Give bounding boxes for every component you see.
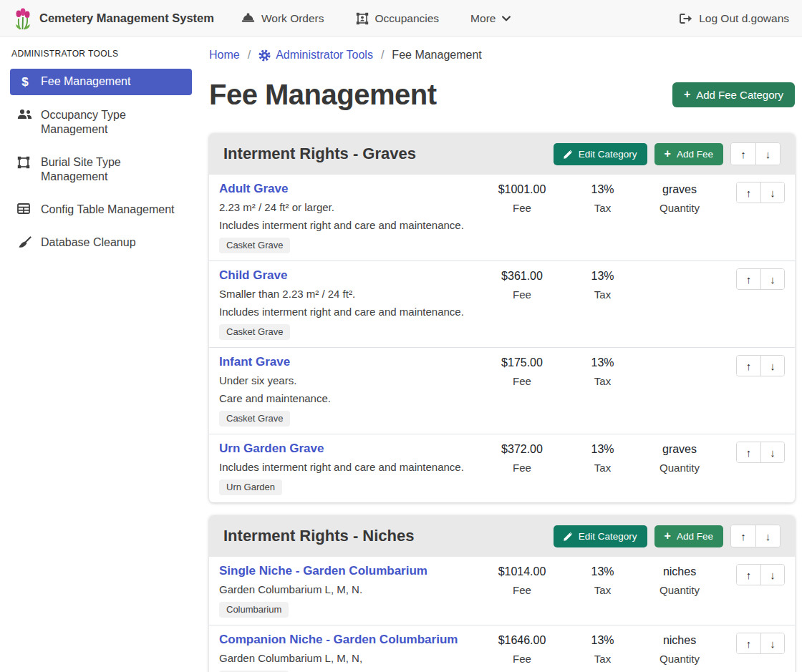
move-category-up-button[interactable]: ↑	[731, 143, 755, 165]
plus-icon: +	[684, 89, 690, 99]
fee-info: Single Niche - Garden Columbarium Garden…	[219, 564, 479, 618]
fee-label: Fee	[513, 375, 531, 387]
fee-reorder-group: ↑ ↓	[719, 355, 785, 376]
fee-amount-cell: $1646.00 Fee	[479, 633, 565, 665]
fee-reorder-group: ↑ ↓	[719, 268, 785, 290]
fee-name-link[interactable]: Adult Grave	[219, 182, 288, 196]
fee-name-link[interactable]: Single Niche - Garden Columbarium	[219, 564, 427, 578]
add-fee-category-label: Add Fee Category	[696, 89, 783, 101]
app-brand[interactable]: Cemetery Management System	[13, 7, 214, 30]
tax-label: Tax	[594, 202, 611, 214]
fee-category-card: Interment Rights - Graves Edit Category …	[209, 133, 795, 502]
nav-occupancies[interactable]: Occupancies	[356, 12, 440, 25]
fee-type-badge: Casket Grave	[219, 411, 290, 427]
fee-name-link[interactable]: Infant Grave	[219, 355, 290, 369]
move-category-down-button[interactable]: ↓	[755, 143, 780, 165]
nav-work-orders-label: Work Orders	[261, 12, 324, 25]
category-header: Interment Rights - Graves Edit Category …	[209, 133, 795, 175]
tax-label: Tax	[594, 653, 611, 665]
fee-tax-cell: 13% Tax	[565, 182, 640, 214]
breadcrumb-admin-tools-link[interactable]: Administrator Tools	[259, 49, 373, 62]
move-fee-up-button[interactable]: ↑	[737, 356, 760, 376]
fee-tax: 13%	[591, 356, 614, 370]
sidebar-item-label: Database Cleanup	[41, 235, 136, 250]
fee-amount: $175.00	[501, 356, 543, 370]
fee-tax-cell: 13% Tax	[565, 442, 640, 474]
fee-name-link[interactable]: Urn Garden Grave	[219, 442, 324, 456]
move-fee-up-button[interactable]: ↑	[737, 633, 760, 653]
fee-category-card: Interment Rights - Niches Edit Category …	[209, 515, 795, 672]
move-fee-down-button[interactable]: ↓	[760, 269, 784, 289]
logout-button[interactable]: Log Out d.gowans	[679, 12, 789, 25]
move-category-up-button[interactable]: ↑	[731, 525, 755, 547]
fee-name-link[interactable]: Companion Niche - Garden Columbarium	[219, 633, 458, 647]
fee-quantity-cell	[640, 268, 719, 274]
fee-description: Care and maintenance.	[219, 392, 479, 405]
pencil-icon	[564, 532, 573, 541]
category-reorder-group: ↑ ↓	[730, 142, 781, 165]
category-actions: Edit Category + Add Fee ↑ ↓	[554, 525, 781, 547]
sidebar-item-database-cleanup[interactable]: Database Cleanup	[10, 230, 192, 255]
fee-name-link[interactable]: Child Grave	[219, 268, 287, 283]
sidebar-item-burial-site-type[interactable]: Burial Site Type Management	[10, 150, 192, 190]
move-fee-up-button[interactable]: ↑	[737, 182, 760, 203]
fee-amount: $372.00	[501, 442, 543, 457]
add-fee-category-button[interactable]: + Add Fee Category	[672, 82, 795, 107]
sidebar-item-label: Fee Management	[41, 74, 130, 89]
edit-category-button[interactable]: Edit Category	[554, 143, 647, 165]
sidebar-item-config-table[interactable]: Config Table Management	[10, 197, 192, 223]
tulip-logo-icon	[13, 7, 33, 30]
fee-descriptions: Includes interment right and care and ma…	[219, 461, 479, 474]
fee-label: Fee	[513, 584, 531, 596]
breadcrumb: Home / Administrator Tools / Fee Managem…	[209, 47, 795, 63]
fee-amount: $1014.00	[498, 565, 546, 579]
fee-tax-cell: 13% Tax	[565, 268, 640, 301]
category-actions: Edit Category + Add Fee ↑ ↓	[554, 142, 781, 165]
nav-items: Work Orders Occupancies More	[241, 12, 511, 25]
move-fee-down-button[interactable]: ↓	[760, 182, 784, 203]
fee-info: Infant Grave Under six years.Care and ma…	[219, 355, 479, 427]
plus-icon: +	[665, 531, 671, 541]
move-fee-up-button[interactable]: ↑	[737, 442, 760, 462]
fee-quantity-cell	[640, 355, 719, 361]
broom-icon	[17, 236, 33, 248]
fee-quantity-cell: niches Quantity	[640, 633, 719, 665]
fee-amount-cell: $1001.00 Fee	[479, 182, 565, 214]
hard-hat-icon	[241, 13, 255, 24]
move-fee-down-button[interactable]: ↓	[760, 442, 784, 462]
brand-title: Cemetery Management System	[39, 11, 214, 25]
fee-tax: 13%	[591, 565, 614, 579]
fee-label: Fee	[513, 288, 531, 301]
edit-category-button[interactable]: Edit Category	[554, 525, 647, 547]
quantity-label: Quantity	[660, 462, 700, 474]
move-fee-down-button[interactable]: ↓	[760, 565, 784, 585]
fee-row: Urn Garden Grave Includes interment righ…	[209, 434, 795, 502]
tax-label: Tax	[594, 288, 611, 301]
breadcrumb-home-link[interactable]: Home	[209, 49, 240, 62]
category-header: Interment Rights - Niches Edit Category …	[209, 515, 795, 557]
sign-out-icon	[679, 13, 692, 24]
category-title: Interment Rights - Niches	[223, 527, 414, 545]
category-body: Adult Grave 2.23 m² / 24 ft² or larger.I…	[209, 175, 795, 502]
move-fee-up-button[interactable]: ↑	[737, 565, 760, 585]
fee-reorder-group: ↑ ↓	[719, 442, 785, 463]
move-fee-down-button[interactable]: ↓	[760, 356, 784, 376]
sidebar-item-occupancy-type[interactable]: Occupancy Type Management	[10, 102, 192, 142]
move-category-down-button[interactable]: ↓	[755, 525, 780, 547]
fee-description: Smaller than 2.23 m² / 24 ft².	[219, 288, 479, 301]
breadcrumb-admin-tools-label: Administrator Tools	[276, 49, 373, 62]
fee-amount-cell: $175.00 Fee	[479, 355, 565, 387]
chevron-down-icon	[502, 16, 511, 21]
add-fee-button[interactable]: + Add Fee	[654, 143, 723, 165]
fee-quantity: niches	[663, 565, 696, 579]
nav-more[interactable]: More	[470, 12, 511, 25]
edit-category-label: Edit Category	[579, 149, 637, 160]
add-fee-button[interactable]: + Add Fee	[654, 525, 723, 547]
move-fee-down-button[interactable]: ↓	[760, 633, 784, 653]
fee-quantity-cell: graves Quantity	[640, 182, 719, 214]
add-fee-label: Add Fee	[677, 149, 713, 160]
sidebar-item-fee-management[interactable]: $ Fee Management	[10, 69, 192, 95]
move-fee-up-button[interactable]: ↑	[737, 269, 760, 289]
nav-work-orders[interactable]: Work Orders	[241, 12, 324, 25]
sidebar-item-label: Occupancy Type Management	[41, 108, 185, 137]
